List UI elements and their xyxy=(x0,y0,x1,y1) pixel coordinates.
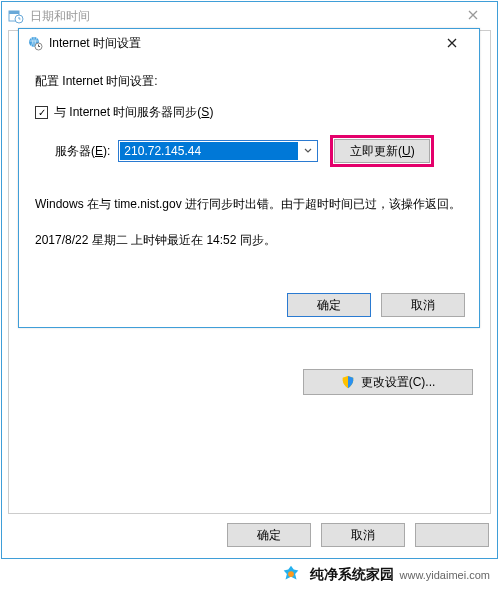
brand-name: 纯净系统家园 xyxy=(310,566,394,582)
dialog-body: 配置 Internet 时间设置: ✓ 与 Internet 时间服务器同步(S… xyxy=(19,57,479,249)
config-label: 配置 Internet 时间设置: xyxy=(35,73,463,90)
sync-checkbox-row[interactable]: ✓ 与 Internet 时间服务器同步(S) xyxy=(35,104,463,121)
update-now-highlight: 立即更新(U) xyxy=(330,135,434,167)
sync-checkbox-label: 与 Internet 时间服务器同步(S) xyxy=(54,104,213,121)
parent-footer: 确定 取消 xyxy=(8,518,491,552)
parent-ok-button[interactable]: 确定 xyxy=(227,523,311,547)
dialog-cancel-label: 取消 xyxy=(411,297,435,314)
dialog-ok-button[interactable]: 确定 xyxy=(287,293,371,317)
last-sync-text: 2017/8/22 星期二 上时钟最近在 14:52 同步。 xyxy=(35,232,463,249)
server-value: 210.72.145.44 xyxy=(120,142,298,160)
sync-checkbox[interactable]: ✓ xyxy=(35,106,48,119)
dialog-titlebar: Internet 时间设置 xyxy=(19,29,479,57)
change-settings-label: 更改设置(C)... xyxy=(361,374,436,391)
server-row: 服务器(E): 210.72.145.44 立即更新(U) xyxy=(55,135,463,167)
svg-point-5 xyxy=(288,571,294,577)
calendar-clock-icon xyxy=(6,8,26,24)
parent-cancel-label: 取消 xyxy=(351,527,375,544)
dialog-cancel-button[interactable]: 取消 xyxy=(381,293,465,317)
server-combobox[interactable]: 210.72.145.44 xyxy=(118,140,318,162)
parent-apply-button xyxy=(415,523,489,547)
brand-logo-icon xyxy=(280,564,302,586)
svg-rect-1 xyxy=(9,11,19,14)
chevron-down-icon[interactable] xyxy=(299,147,317,155)
parent-close-button[interactable] xyxy=(453,9,493,23)
update-now-button[interactable]: 立即更新(U) xyxy=(334,139,430,163)
dialog-title: Internet 时间设置 xyxy=(45,35,431,52)
dialog-close-button[interactable] xyxy=(431,32,473,54)
change-settings-button[interactable]: 更改设置(C)... xyxy=(303,369,473,395)
parent-ok-label: 确定 xyxy=(257,527,281,544)
dialog-ok-label: 确定 xyxy=(317,297,341,314)
server-label: 服务器(E): xyxy=(55,143,110,160)
uac-shield-icon xyxy=(341,375,355,389)
dialog-footer: 确定 取消 xyxy=(19,293,479,317)
parent-cancel-button[interactable]: 取消 xyxy=(321,523,405,547)
internet-time-dialog: Internet 时间设置 配置 Internet 时间设置: ✓ 与 Inte… xyxy=(18,28,480,328)
globe-clock-icon xyxy=(25,35,45,51)
brand-bar: 纯净系统家园 www.yidaimei.com xyxy=(0,559,500,591)
sync-error-text: Windows 在与 time.nist.gov 进行同步时出错。由于超时时间已… xyxy=(35,195,463,214)
parent-title: 日期和时间 xyxy=(26,8,453,25)
brand-url: www.yidaimei.com xyxy=(400,569,490,581)
parent-titlebar: 日期和时间 xyxy=(2,2,497,30)
